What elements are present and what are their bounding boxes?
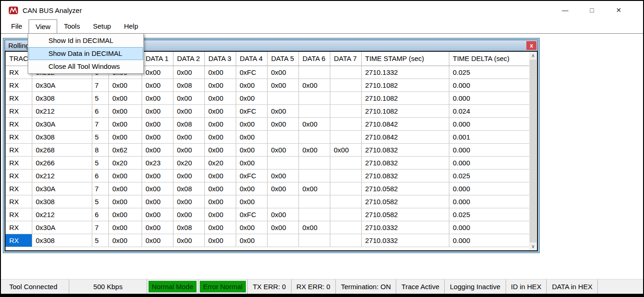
column-header-time-delta-sec[interactable]: TIME DELTA (sec) (449, 52, 529, 66)
trace-cell[interactable]: RX (6, 156, 32, 169)
table-cell[interactable]: 0.000 (449, 234, 529, 247)
table-cell[interactable]: 6 (92, 169, 108, 182)
table-cell[interactable]: 0x308 (32, 91, 92, 104)
table-cell[interactable]: 6 (92, 104, 108, 117)
table-cell[interactable]: 7 (92, 117, 108, 130)
trace-cell[interactable]: RX (6, 208, 32, 221)
column-header-data-1[interactable]: DATA 1 (142, 52, 173, 66)
menu-view[interactable]: View (29, 19, 57, 33)
table-cell[interactable]: 0x00 (204, 66, 236, 79)
table-cell[interactable] (298, 156, 330, 169)
menu-tools[interactable]: Tools (57, 19, 86, 33)
table-cell[interactable]: 0x00 (142, 91, 173, 104)
table-cell[interactable]: 0x00 (173, 66, 204, 79)
table-cell[interactable]: 0x00 (330, 143, 361, 156)
vertical-scrollbar[interactable]: ∧ ∨ (529, 52, 537, 250)
table-cell[interactable]: 0.000 (449, 221, 529, 234)
table-cell[interactable]: 0.000 (449, 79, 529, 91)
table-cell[interactable]: 0x00 (236, 143, 267, 156)
table-cell[interactable]: 0x00 (142, 143, 173, 156)
trace-cell[interactable]: RX (6, 169, 32, 182)
table-cell[interactable]: 5 (92, 156, 108, 169)
trace-cell[interactable]: RX (6, 195, 32, 208)
table-cell[interactable] (330, 208, 361, 221)
table-cell[interactable]: 0x00 (204, 130, 236, 143)
table-cell[interactable]: 2710.0332 (361, 221, 449, 234)
table-cell[interactable]: 0x00 (142, 117, 173, 130)
table-cell[interactable]: 0x00 (267, 143, 298, 156)
table-cell[interactable] (330, 234, 361, 247)
table-cell[interactable]: 0x00 (236, 130, 267, 143)
table-cell[interactable]: 2710.0582 (361, 182, 449, 195)
table-cell[interactable] (267, 195, 298, 208)
table-cell[interactable]: 0x20 (108, 156, 142, 169)
maximize-button[interactable]: □ (578, 6, 605, 14)
table-cell[interactable]: 0x00 (142, 66, 173, 79)
table-cell[interactable]: 0.025 (449, 66, 529, 79)
table-cell[interactable]: 0x00 (108, 169, 142, 182)
trace-cell[interactable]: RX (6, 91, 32, 104)
table-cell[interactable]: 0x308 (32, 234, 92, 247)
table-cell[interactable]: 0x00 (204, 79, 236, 91)
table-cell[interactable]: 0.000 (449, 156, 529, 169)
table-cell[interactable] (298, 104, 330, 117)
table-cell[interactable]: 0x00 (267, 79, 298, 91)
table-cell[interactable]: 0x00 (142, 234, 173, 247)
table-cell[interactable]: 0.000 (449, 117, 529, 130)
table-cell[interactable]: 2710.0582 (361, 208, 449, 221)
trace-cell[interactable]: RX (6, 104, 32, 117)
table-cell[interactable]: 0x00 (108, 104, 142, 117)
trace-cell[interactable]: RX (6, 221, 32, 234)
table-cell[interactable] (267, 156, 298, 169)
table-cell[interactable]: 0x00 (236, 117, 267, 130)
table-cell[interactable]: 0x212 (32, 169, 92, 182)
table-cell[interactable]: 0x00 (108, 182, 142, 195)
table-cell[interactable]: 6 (92, 208, 108, 221)
close-button[interactable]: ✕ (605, 6, 632, 14)
table-cell[interactable]: 0x00 (204, 195, 236, 208)
table-cell[interactable]: 2710.0842 (361, 130, 449, 143)
table-cell[interactable]: 0xFC (236, 104, 267, 117)
scrollbar-thumb[interactable] (530, 60, 537, 242)
table-cell[interactable]: 7 (92, 221, 108, 234)
table-cell[interactable]: 0x00 (173, 130, 204, 143)
table-cell[interactable] (298, 195, 330, 208)
table-cell[interactable]: 0.000 (449, 91, 529, 104)
table-cell[interactable]: 0x00 (204, 169, 236, 182)
table-cell[interactable] (330, 221, 361, 234)
table-cell[interactable]: 0.025 (449, 208, 529, 221)
table-cell[interactable]: 0x00 (204, 182, 236, 195)
table-cell[interactable]: 0x00 (267, 182, 298, 195)
table-cell[interactable]: 0x00 (236, 234, 267, 247)
menu-setup[interactable]: Setup (86, 19, 117, 33)
trace-cell[interactable]: RX (6, 143, 32, 156)
menu-help[interactable]: Help (118, 19, 145, 33)
table-cell[interactable]: 0x00 (142, 182, 173, 195)
scroll-up-icon[interactable]: ∧ (529, 52, 537, 60)
table-cell[interactable]: 2710.1332 (361, 66, 449, 79)
table-cell[interactable]: 0x00 (236, 91, 267, 104)
column-header-data-4[interactable]: DATA 4 (236, 52, 267, 66)
table-cell[interactable]: 0x00 (267, 104, 298, 117)
table-cell[interactable]: 5 (92, 91, 108, 104)
table-cell[interactable]: 0x00 (142, 169, 173, 182)
table-cell[interactable]: 8 (92, 143, 108, 156)
column-header-data-3[interactable]: DATA 3 (204, 52, 236, 66)
table-cell[interactable]: 0x00 (236, 182, 267, 195)
table-cell[interactable]: 0x212 (32, 104, 92, 117)
menu-file[interactable]: File (5, 19, 29, 33)
table-cell[interactable]: 0x00 (173, 91, 204, 104)
table-cell[interactable]: 2710.0832 (361, 156, 449, 169)
table-cell[interactable]: 0x00 (142, 195, 173, 208)
table-cell[interactable]: 5 (92, 234, 108, 247)
column-header-data-5[interactable]: DATA 5 (267, 52, 298, 66)
table-cell[interactable]: 0x00 (204, 104, 236, 117)
table-cell[interactable]: 0x08 (173, 79, 204, 91)
table-cell[interactable]: 2710.1082 (361, 104, 449, 117)
table-cell[interactable]: 0x00 (173, 104, 204, 117)
table-cell[interactable]: 0x00 (173, 195, 204, 208)
table-cell[interactable]: 2710.1082 (361, 91, 449, 104)
table-cell[interactable]: 0x00 (108, 117, 142, 130)
table-cell[interactable]: 0x308 (32, 195, 92, 208)
table-cell[interactable] (267, 91, 298, 104)
